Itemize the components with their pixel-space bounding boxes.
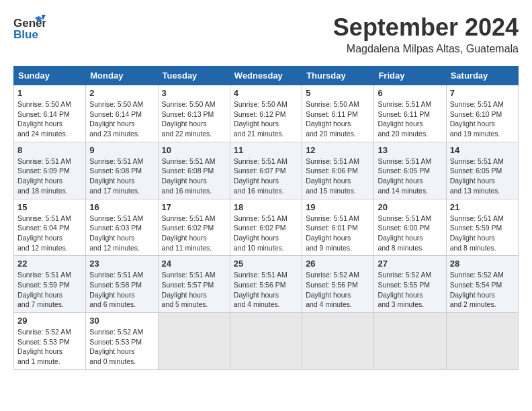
calendar-cell-24: 24Sunrise: 5:51 AMSunset: 5:57 PMDayligh… <box>158 256 230 313</box>
calendar-cell-15: 15Sunrise: 5:51 AMSunset: 6:04 PMDayligh… <box>14 199 86 256</box>
calendar-cell-14: 14Sunrise: 5:51 AMSunset: 6:05 PMDayligh… <box>446 142 518 199</box>
calendar-cell-17: 17Sunrise: 5:51 AMSunset: 6:02 PMDayligh… <box>158 199 230 256</box>
day-info: Sunrise: 5:51 AMSunset: 6:09 PMDaylight … <box>17 156 82 196</box>
day-number: 14 <box>450 145 515 155</box>
day-number: 19 <box>306 202 370 212</box>
day-number: 17 <box>162 202 226 212</box>
day-number: 24 <box>162 259 226 269</box>
day-number: 22 <box>17 259 82 269</box>
logo-icon: General Blue <box>13 13 46 42</box>
col-friday: Friday <box>374 66 446 85</box>
col-wednesday: Wednesday <box>230 66 302 85</box>
day-info: Sunrise: 5:51 AMSunset: 6:10 PMDaylight … <box>450 99 515 139</box>
day-info: Sunrise: 5:50 AMSunset: 6:11 PMDaylight … <box>306 99 370 139</box>
day-info: Sunrise: 5:51 AMSunset: 6:05 PMDaylight … <box>378 156 442 196</box>
day-number: 1 <box>17 88 82 98</box>
day-info: Sunrise: 5:51 AMSunset: 6:00 PMDaylight … <box>378 214 442 253</box>
location-title: Magdalena Milpas Altas, Guatemala <box>333 43 519 55</box>
calendar-cell-12: 12Sunrise: 5:51 AMSunset: 6:06 PMDayligh… <box>302 142 374 199</box>
title-area: September 2024 Magdalena Milpas Altas, G… <box>333 13 519 55</box>
col-thursday: Thursday <box>302 66 374 85</box>
day-number: 21 <box>450 202 515 212</box>
col-saturday: Saturday <box>446 66 518 85</box>
day-info: Sunrise: 5:51 AMSunset: 5:57 PMDaylight … <box>162 270 226 310</box>
calendar-cell-25: 25Sunrise: 5:51 AMSunset: 5:56 PMDayligh… <box>230 256 302 313</box>
day-number: 4 <box>234 88 298 98</box>
calendar-table: Sunday Monday Tuesday Wednesday Thursday… <box>13 66 519 370</box>
day-info: Sunrise: 5:50 AMSunset: 6:13 PMDaylight … <box>162 99 226 139</box>
day-number: 2 <box>89 88 154 98</box>
col-sunday: Sunday <box>14 66 86 85</box>
day-number: 10 <box>162 145 226 155</box>
day-number: 8 <box>17 145 82 155</box>
calendar-cell-5: 5Sunrise: 5:50 AMSunset: 6:11 PMDaylight… <box>302 85 374 142</box>
calendar-cell-7: 7Sunrise: 5:51 AMSunset: 6:10 PMDaylight… <box>446 85 518 142</box>
day-number: 6 <box>378 88 442 98</box>
day-number: 29 <box>17 316 82 326</box>
calendar-cell-21: 21Sunrise: 5:51 AMSunset: 5:59 PMDayligh… <box>446 199 518 256</box>
calendar-cell-27: 27Sunrise: 5:52 AMSunset: 5:55 PMDayligh… <box>374 256 446 313</box>
day-number: 7 <box>450 88 515 98</box>
calendar-cell-18: 18Sunrise: 5:51 AMSunset: 6:02 PMDayligh… <box>230 199 302 256</box>
calendar-cell-8: 8Sunrise: 5:51 AMSunset: 6:09 PMDaylight… <box>14 142 86 199</box>
day-number: 18 <box>234 202 298 212</box>
calendar-cell-16: 16Sunrise: 5:51 AMSunset: 6:03 PMDayligh… <box>86 199 158 256</box>
calendar-cell-11: 11Sunrise: 5:51 AMSunset: 6:07 PMDayligh… <box>230 142 302 199</box>
day-info: Sunrise: 5:51 AMSunset: 6:02 PMDaylight … <box>162 214 226 253</box>
calendar-cell-9: 9Sunrise: 5:51 AMSunset: 6:08 PMDaylight… <box>86 142 158 199</box>
day-info: Sunrise: 5:51 AMSunset: 6:06 PMDaylight … <box>306 156 370 196</box>
day-number: 30 <box>89 316 154 326</box>
day-number: 23 <box>89 259 154 269</box>
calendar-cell-1: 1Sunrise: 5:50 AMSunset: 6:14 PMDaylight… <box>14 85 86 142</box>
day-info: Sunrise: 5:50 AMSunset: 6:14 PMDaylight … <box>89 99 154 139</box>
calendar-cell-empty <box>302 313 374 370</box>
day-info: Sunrise: 5:51 AMSunset: 6:02 PMDaylight … <box>234 214 298 253</box>
day-info: Sunrise: 5:51 AMSunset: 6:05 PMDaylight … <box>450 156 515 196</box>
calendar-cell-20: 20Sunrise: 5:51 AMSunset: 6:00 PMDayligh… <box>374 199 446 256</box>
calendar-cell-13: 13Sunrise: 5:51 AMSunset: 6:05 PMDayligh… <box>374 142 446 199</box>
day-info: Sunrise: 5:52 AMSunset: 5:53 PMDaylight … <box>89 327 154 367</box>
svg-text:Blue: Blue <box>13 28 38 41</box>
calendar-cell-empty <box>446 313 518 370</box>
month-title: September 2024 <box>333 13 519 42</box>
day-info: Sunrise: 5:51 AMSunset: 6:08 PMDaylight … <box>89 156 154 196</box>
day-info: Sunrise: 5:51 AMSunset: 6:07 PMDaylight … <box>234 156 298 196</box>
day-number: 9 <box>89 145 154 155</box>
day-number: 3 <box>162 88 226 98</box>
day-number: 28 <box>450 259 515 269</box>
day-info: Sunrise: 5:51 AMSunset: 6:11 PMDaylight … <box>378 99 442 139</box>
day-info: Sunrise: 5:50 AMSunset: 6:12 PMDaylight … <box>234 99 298 139</box>
calendar-cell-28: 28Sunrise: 5:52 AMSunset: 5:54 PMDayligh… <box>446 256 518 313</box>
day-info: Sunrise: 5:51 AMSunset: 6:08 PMDaylight … <box>162 156 226 196</box>
day-info: Sunrise: 5:51 AMSunset: 5:56 PMDaylight … <box>234 270 298 310</box>
calendar-cell-2: 2Sunrise: 5:50 AMSunset: 6:14 PMDaylight… <box>86 85 158 142</box>
col-tuesday: Tuesday <box>158 66 230 85</box>
logo: General Blue <box>13 13 46 42</box>
calendar-cell-empty <box>374 313 446 370</box>
day-number: 5 <box>306 88 370 98</box>
col-monday: Monday <box>86 66 158 85</box>
page-header: General Blue September 2024 Magdalena Mi… <box>13 13 519 55</box>
calendar-cell-26: 26Sunrise: 5:52 AMSunset: 5:56 PMDayligh… <box>302 256 374 313</box>
calendar-cell-23: 23Sunrise: 5:51 AMSunset: 5:58 PMDayligh… <box>86 256 158 313</box>
day-number: 25 <box>234 259 298 269</box>
calendar-cell-10: 10Sunrise: 5:51 AMSunset: 6:08 PMDayligh… <box>158 142 230 199</box>
day-number: 20 <box>378 202 442 212</box>
calendar-cell-4: 4Sunrise: 5:50 AMSunset: 6:12 PMDaylight… <box>230 85 302 142</box>
day-info: Sunrise: 5:51 AMSunset: 6:01 PMDaylight … <box>306 214 370 253</box>
calendar-cell-29: 29Sunrise: 5:52 AMSunset: 5:53 PMDayligh… <box>14 313 86 370</box>
day-info: Sunrise: 5:51 AMSunset: 6:04 PMDaylight … <box>17 214 82 253</box>
day-number: 26 <box>306 259 370 269</box>
day-info: Sunrise: 5:51 AMSunset: 5:59 PMDaylight … <box>17 270 82 310</box>
calendar-cell-30: 30Sunrise: 5:52 AMSunset: 5:53 PMDayligh… <box>86 313 158 370</box>
calendar-cell-6: 6Sunrise: 5:51 AMSunset: 6:11 PMDaylight… <box>374 85 446 142</box>
calendar-cell-19: 19Sunrise: 5:51 AMSunset: 6:01 PMDayligh… <box>302 199 374 256</box>
day-info: Sunrise: 5:52 AMSunset: 5:53 PMDaylight … <box>17 327 82 367</box>
day-number: 11 <box>234 145 298 155</box>
calendar-cell-22: 22Sunrise: 5:51 AMSunset: 5:59 PMDayligh… <box>14 256 86 313</box>
day-number: 12 <box>306 145 370 155</box>
day-info: Sunrise: 5:51 AMSunset: 6:03 PMDaylight … <box>89 214 154 253</box>
calendar-cell-empty <box>230 313 302 370</box>
day-number: 27 <box>378 259 442 269</box>
calendar-cell-3: 3Sunrise: 5:50 AMSunset: 6:13 PMDaylight… <box>158 85 230 142</box>
